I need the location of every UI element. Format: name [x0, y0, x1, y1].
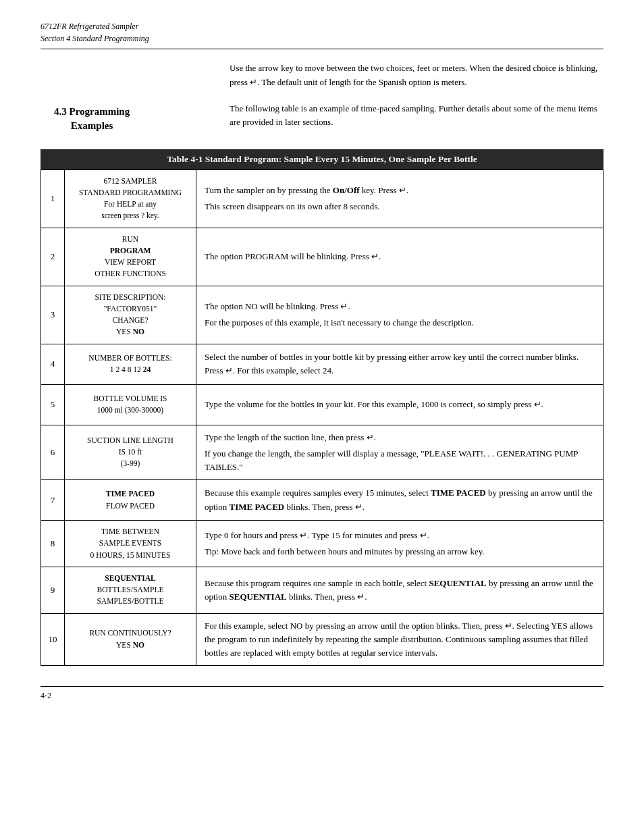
section-block: 4.3 Programming Examples The following t… [41, 102, 603, 133]
row-screen: RUN CONTINUOUSLY?YES NO [65, 614, 196, 665]
table-row: 6SUCTION LINE LENGTHIS 10 ft(3-99)Type t… [41, 425, 603, 479]
intro-section: Use the arrow key to move between the tw… [41, 61, 603, 90]
row-screen: 6712 SAMPLERSTANDARD PROGRAMMINGFor HELP… [65, 170, 196, 228]
row-description: For this example, select NO by pressing … [196, 614, 603, 665]
row-number: 9 [41, 567, 65, 613]
row-number: 6 [41, 425, 65, 479]
table-row: 3SITE DESCRIPTION:"FACTORY051"CHANGE?YES… [41, 286, 603, 344]
intro-text: Use the arrow key to move between the tw… [230, 61, 603, 90]
screen-content: NUMBER OF BOTTLES:1 2 4 8 12 24 [88, 353, 171, 376]
table-row: 4NUMBER OF BOTTLES:1 2 4 8 12 24Select t… [41, 344, 603, 384]
table-title: Table 4-1 Standard Program: Sample Every… [41, 149, 603, 170]
row-description: Select the number of bottles in your bot… [196, 344, 603, 384]
row-screen: RUNPROGRAMVIEW REPORTOTHER FUNCTIONS [65, 228, 196, 286]
screen-content: TIME BETWEENSAMPLE EVENTS0 HOURS, 15 MIN… [90, 526, 171, 561]
row-description: Type 0 for hours and press ↵. Type 15 fo… [196, 521, 603, 567]
main-table: 16712 SAMPLERSTANDARD PROGRAMMINGFor HEL… [41, 170, 603, 666]
section-description: The following table is an example of tim… [230, 102, 603, 133]
row-number: 7 [41, 480, 65, 520]
row-screen: SUCTION LINE LENGTHIS 10 ft(3-99) [65, 425, 196, 479]
screen-content: RUNPROGRAMVIEW REPORTOTHER FUNCTIONS [95, 234, 166, 280]
header-title: 6712FR Refrigerated Sampler Section 4 St… [41, 20, 149, 45]
screen-content: BOTTLE VOLUME IS1000 ml (300-30000) [93, 393, 167, 417]
table-row: 16712 SAMPLERSTANDARD PROGRAMMINGFor HEL… [41, 170, 603, 228]
screen-content: SITE DESCRIPTION:"FACTORY051"CHANGE?YES … [95, 292, 165, 338]
section-heading-area: 4.3 Programming Examples [41, 102, 230, 133]
row-number: 10 [41, 614, 65, 665]
row-screen: BOTTLE VOLUME IS1000 ml (300-30000) [65, 385, 196, 425]
row-description: Type the length of the suction line, the… [196, 425, 603, 479]
row-description: The option NO will be blinking. Press ↵.… [196, 286, 603, 344]
table-row: 5BOTTLE VOLUME IS1000 ml (300-30000)Type… [41, 384, 603, 425]
row-number: 3 [41, 286, 65, 344]
table-row: 9SEQUENTIALBOTTLES/SAMPLESAMPLES/BOTTLEB… [41, 567, 603, 613]
screen-content: SUCTION LINE LENGTHIS 10 ft(3-99) [87, 435, 173, 470]
row-description: Type the volume for the bottles in your … [196, 385, 603, 425]
row-number: 2 [41, 228, 65, 286]
row-screen: TIME BETWEENSAMPLE EVENTS0 HOURS, 15 MIN… [65, 521, 196, 567]
row-number: 5 [41, 385, 65, 425]
table-row: 8TIME BETWEENSAMPLE EVENTS0 HOURS, 15 MI… [41, 520, 603, 567]
row-number: 1 [41, 170, 65, 228]
table-row: 10RUN CONTINUOUSLY?YES NOFor this exampl… [41, 613, 603, 665]
row-number: 8 [41, 521, 65, 567]
row-screen: SITE DESCRIPTION:"FACTORY051"CHANGE?YES … [65, 286, 196, 344]
intro-left-spacer [41, 61, 230, 90]
table-row: 2RUNPROGRAMVIEW REPORTOTHER FUNCTIONSThe… [41, 228, 603, 286]
section-heading: 4.3 Programming Examples [54, 105, 130, 133]
page-header: 6712FR Refrigerated Sampler Section 4 St… [41, 20, 603, 49]
row-screen: NUMBER OF BOTTLES:1 2 4 8 12 24 [65, 344, 196, 384]
row-description: Because this program requires one sample… [196, 567, 603, 613]
screen-content: 6712 SAMPLERSTANDARD PROGRAMMINGFor HELP… [79, 176, 182, 222]
row-screen: TIME PACEDFLOW PACED [65, 480, 196, 520]
screen-content: SEQUENTIALBOTTLES/SAMPLESAMPLES/BOTTLE [97, 573, 163, 608]
row-description: The option PROGRAM will be blinking. Pre… [196, 228, 603, 286]
row-description: Turn the sampler on by pressing the On/O… [196, 170, 603, 228]
table-row: 7TIME PACEDFLOW PACEDBecause this exampl… [41, 479, 603, 520]
page-footer: 4-2 [41, 686, 603, 701]
row-number: 4 [41, 344, 65, 384]
screen-content: RUN CONTINUOUSLY?YES NO [89, 627, 171, 651]
row-screen: SEQUENTIALBOTTLES/SAMPLESAMPLES/BOTTLE [65, 567, 196, 613]
screen-content: TIME PACEDFLOW PACED [106, 488, 155, 512]
row-description: Because this example requires samples ev… [196, 480, 603, 520]
